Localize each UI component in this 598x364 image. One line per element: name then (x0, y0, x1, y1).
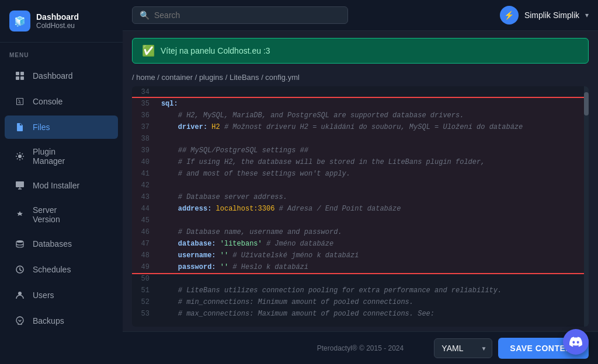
table-row: 47 database: 'litebans' # Jméno databáze (132, 238, 589, 250)
table-row: 37 driver: H2 # Možnost driveru H2 = ukl… (132, 121, 589, 133)
table-row: 45 (132, 215, 589, 226)
sidebar-item-databases[interactable]: Databases (5, 232, 118, 256)
sidebar: 🧊 Dashboard ColdHost.eu MENU Dashboard C… (0, 0, 123, 364)
sidebar-item-label: Databases (33, 239, 72, 249)
table-row: 51 # LiteBans utilizes connection poolin… (132, 285, 589, 296)
console-icon (14, 96, 26, 107)
mod-installer-icon (14, 180, 26, 191)
sidebar-item-label: Dashboard (33, 71, 73, 80)
sidebar-item-label: Files (33, 123, 50, 132)
sidebar-item-dashboard[interactable]: Dashboard (5, 64, 118, 88)
svg-rect-3 (20, 76, 24, 80)
format-select[interactable]: YAML JSON TEXT (434, 338, 492, 358)
logo-subtitle: ColdHost.eu (36, 22, 79, 30)
table-row: 36 # H2, MySQL, MariaDB, and PostgreSQL … (132, 110, 589, 121)
highlighted-block: 35 sql: 36 # H2, MySQL, MariaDB, and Pos… (132, 98, 589, 273)
footer-copyright: Pterodactyl® © 2015 - 2024 (317, 344, 404, 352)
logo-icon: 🧊 (9, 10, 30, 32)
success-icon: ✅ (142, 44, 155, 57)
svg-point-6 (16, 240, 23, 243)
logo-title: Dashboard (36, 12, 79, 22)
user-name: Simplik Simplik (524, 10, 579, 20)
table-row: 42 (132, 180, 589, 191)
sidebar-item-users[interactable]: Users (5, 284, 118, 307)
table-row: 52 # min_connections: Minimum amount of … (132, 296, 589, 308)
table-row: 38 (132, 133, 589, 145)
table-row: 39 ## MySQL/PostgreSQL settings ## (132, 145, 589, 156)
table-row: 41 # and most of these settings won't ap… (132, 168, 589, 180)
main-content: 🔍 ⚡ Simplik Simplik ▾ ✅ Vítej na panelu … (123, 0, 598, 364)
table-row: 44 address: localhost:3306 # Adresa / En… (132, 203, 589, 215)
scrollbar-thumb[interactable] (584, 92, 589, 116)
search-input[interactable] (154, 10, 340, 20)
svg-point-4 (18, 155, 22, 158)
format-select-wrapper[interactable]: YAML JSON TEXT (434, 338, 492, 358)
sidebar-item-console[interactable]: Console (5, 90, 118, 113)
breadcrumb: / home / container / plugins / LiteBans … (123, 68, 598, 86)
search-icon: 🔍 (140, 10, 150, 20)
menu-label: MENU (0, 43, 123, 63)
content-area: ✅ Vítej na panelu Coldhost.eu :3 / home … (123, 31, 598, 331)
chevron-down-icon: ▾ (585, 11, 589, 19)
sidebar-item-label: Mod Installer (33, 181, 79, 190)
svg-point-8 (18, 292, 22, 295)
avatar: ⚡ (500, 6, 519, 24)
code-table: 34 35 sql: 36 # H2, MySQL, MariaDB, and (132, 86, 589, 320)
scrollbar-track[interactable] (584, 86, 589, 327)
sidebar-item-label: Backups (33, 316, 64, 326)
success-banner: ✅ Vítej na panelu Coldhost.eu :3 (132, 38, 589, 64)
table-row: 49 password: '' # Heslo k databázi (132, 261, 589, 273)
sidebar-logo: 🧊 Dashboard ColdHost.eu (0, 0, 123, 43)
table-row: 50 (132, 273, 589, 285)
sidebar-item-mod-installer[interactable]: Mod Installer (5, 174, 118, 197)
dashboard-icon (14, 70, 26, 82)
logo-text: Dashboard ColdHost.eu (36, 12, 79, 30)
discord-button[interactable] (563, 329, 589, 355)
sidebar-item-schedules[interactable]: Schedules (5, 258, 118, 281)
sidebar-item-backups[interactable]: Backups (5, 309, 118, 332)
sidebar-item-plugin-manager[interactable]: PluginManager (5, 141, 118, 172)
svg-rect-2 (16, 76, 19, 80)
table-row: 43 # Database server address. (132, 191, 589, 203)
sidebar-item-label: Console (33, 97, 62, 106)
databases-icon (14, 238, 26, 250)
svg-rect-5 (16, 181, 24, 187)
svg-rect-1 (20, 72, 24, 75)
table-row: 48 username: '' # Uživatelské jméno k da… (132, 250, 589, 261)
table-row: 53 # max_connections: Maximum amount of … (132, 308, 589, 320)
sidebar-item-server-version[interactable]: ServerVersion (5, 200, 118, 230)
table-row: 34 (132, 86, 589, 98)
table-row: 40 # If using H2, the database will be s… (132, 156, 589, 168)
sidebar-item-label: PluginManager (33, 147, 65, 166)
sidebar-item-label: Schedules (33, 265, 71, 274)
code-editor[interactable]: 34 35 sql: 36 # H2, MySQL, MariaDB, and (132, 86, 589, 327)
sidebar-item-label: Users (33, 290, 54, 300)
user-info[interactable]: ⚡ Simplik Simplik ▾ (500, 6, 589, 24)
users-icon (14, 289, 26, 301)
schedules-icon (14, 264, 26, 275)
table-row: 35 sql: (132, 98, 589, 110)
svg-rect-0 (16, 72, 19, 75)
header: 🔍 ⚡ Simplik Simplik ▾ (123, 0, 598, 31)
sidebar-item-label: ServerVersion (33, 205, 60, 224)
backups-icon (14, 315, 26, 327)
footer: Pterodactyl® © 2015 - 2024 YAML JSON TEX… (123, 331, 598, 364)
table-row: 46 # Database name, username and passwor… (132, 226, 589, 238)
files-icon (14, 121, 26, 133)
server-version-icon (14, 209, 26, 220)
plugin-manager-icon (14, 150, 26, 162)
banner-message: Vítej na panelu Coldhost.eu :3 (161, 46, 270, 55)
sidebar-item-files[interactable]: Files (5, 116, 118, 139)
search-bar[interactable]: 🔍 (132, 6, 348, 24)
